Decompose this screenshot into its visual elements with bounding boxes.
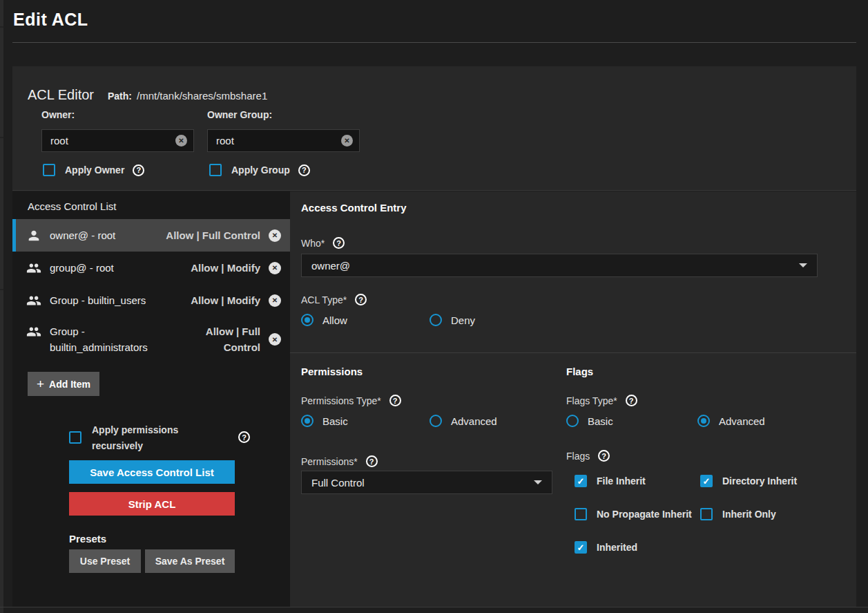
plus-icon — [37, 377, 44, 390]
acl-entry-permissions: Allow | Full Control — [183, 323, 260, 355]
no-propagate-inherit-checkbox[interactable] — [575, 508, 587, 520]
permissions-label: Permissions* — [301, 456, 358, 467]
header-divider — [12, 42, 856, 43]
flags-type-advanced-option[interactable]: Advanced — [697, 415, 765, 427]
radio-allow-label: Allow — [322, 314, 347, 326]
flag-inherit-only[interactable]: Inherit Only — [700, 508, 776, 520]
acl-entry-row-owner[interactable]: owner@ - root Allow | Full Control — [12, 219, 290, 252]
owner-group-field — [207, 129, 360, 152]
flag-directory-inherit[interactable]: Directory Inherit — [700, 475, 797, 487]
inherited-checkbox[interactable] — [575, 541, 587, 554]
owner-field — [41, 129, 194, 152]
acl-type-allow-option[interactable]: Allow — [301, 314, 347, 326]
radio-flags-advanced[interactable] — [697, 415, 710, 427]
flag-file-inherit[interactable]: File Inherit — [575, 475, 646, 487]
flags-type-label-row: Flags Type* — [566, 395, 637, 406]
apply-recursively-checkbox[interactable] — [69, 431, 81, 444]
permissions-type-basic-option[interactable]: Basic — [301, 415, 348, 427]
path-value: /mnt/tank/shares/smbshare1 — [137, 90, 267, 102]
acl-entry-who: group@ - root — [50, 260, 182, 276]
strip-acl-button[interactable]: Strip ACL — [69, 492, 235, 516]
acl-entry-row-builtin-users[interactable]: Group - builtin_users Allow | Modify — [12, 284, 290, 317]
flags-type-help-icon[interactable] — [626, 395, 637, 406]
group-icon — [26, 293, 41, 308]
save-as-preset-button[interactable]: Save As Preset — [145, 549, 235, 573]
who-help-icon[interactable] — [333, 237, 345, 249]
flags-type-basic-option[interactable]: Basic — [566, 415, 613, 427]
radio-allow[interactable] — [301, 314, 314, 326]
group-icon — [26, 261, 41, 276]
owner-input[interactable] — [50, 135, 175, 147]
acl-type-label: ACL Type* — [301, 294, 347, 305]
who-label-row: Who* — [301, 237, 345, 249]
who-select[interactable]: owner@ — [301, 254, 818, 277]
permissions-type-label: Permissions Type* — [301, 395, 381, 406]
acl-lower-area: Access Control List owner@ - root Allow … — [12, 191, 856, 607]
acl-entry-permissions: Allow | Modify — [191, 292, 260, 308]
access-control-list-title: Access Control List — [28, 200, 116, 212]
radio-deny[interactable] — [430, 314, 442, 326]
apply-group-label: Apply Group — [231, 164, 290, 176]
clear-owner-group-icon[interactable] — [341, 135, 353, 147]
radio-permissions-advanced[interactable] — [430, 415, 442, 427]
acl-type-label-row: ACL Type* — [301, 294, 367, 305]
flags-help-icon[interactable] — [598, 450, 610, 462]
use-preset-button[interactable]: Use Preset — [69, 549, 141, 573]
remove-entry-icon[interactable] — [269, 333, 281, 346]
apply-group-help-icon[interactable] — [298, 164, 310, 176]
owner-label: Owner: — [41, 109, 75, 120]
apply-owner-help-icon[interactable] — [133, 164, 144, 176]
clear-owner-icon[interactable] — [175, 135, 187, 147]
acl-type-help-icon[interactable] — [355, 294, 367, 305]
radio-flags-advanced-label: Advanced — [719, 415, 765, 427]
access-control-list: Access Control List owner@ - root Allow … — [12, 191, 290, 607]
apply-recursively-help-icon[interactable] — [238, 431, 250, 443]
inherited-label: Inherited — [597, 542, 637, 553]
add-item-label: Add Item — [49, 379, 90, 390]
radio-deny-label: Deny — [451, 314, 475, 326]
permissions-help-icon[interactable] — [366, 455, 378, 467]
add-item-button[interactable]: Add Item — [28, 372, 99, 396]
save-access-control-list-button[interactable]: Save Access Control List — [69, 460, 235, 484]
apply-group-checkbox[interactable] — [209, 164, 222, 176]
directory-inherit-checkbox[interactable] — [700, 475, 713, 487]
sidebar-edge[interactable] — [0, 0, 3, 613]
file-inherit-checkbox[interactable] — [575, 475, 587, 487]
radio-permissions-advanced-label: Advanced — [451, 415, 497, 427]
remove-entry-icon[interactable] — [269, 294, 281, 307]
inherit-only-checkbox[interactable] — [700, 508, 713, 520]
remove-entry-icon[interactable] — [269, 262, 281, 274]
remove-entry-icon[interactable] — [269, 229, 281, 242]
access-control-entry-panel: Access Control Entry Who* owner@ ACL Typ… — [290, 191, 856, 607]
apply-group-row: Apply Group — [209, 164, 310, 176]
apply-recursively-row: Apply permissions recursively — [69, 422, 250, 454]
acl-entry-permissions: Allow | Modify — [191, 260, 260, 276]
owner-group-input[interactable] — [216, 135, 341, 147]
permissions-type-help-icon[interactable] — [389, 395, 401, 406]
acl-entry-row-group[interactable]: group@ - root Allow | Modify — [12, 252, 290, 284]
radio-permissions-basic[interactable] — [301, 415, 314, 427]
presets-title: Presets — [69, 533, 106, 545]
section-divider — [290, 352, 856, 353]
page-bottom-divider — [0, 607, 868, 607]
who-label: Who* — [301, 238, 325, 249]
owner-group-label: Owner Group: — [207, 109, 272, 120]
permissions-select-value: Full Control — [311, 477, 534, 489]
permissions-type-advanced-option[interactable]: Advanced — [430, 415, 497, 427]
path-label: Path: — [108, 91, 132, 102]
permissions-select[interactable]: Full Control — [301, 471, 552, 494]
radio-flags-basic[interactable] — [566, 415, 579, 427]
who-select-value: owner@ — [311, 260, 799, 272]
flag-no-propagate-inherit[interactable]: No Propagate Inherit — [575, 508, 692, 520]
permissions-type-label-row: Permissions Type* — [301, 395, 401, 406]
acl-entry-who: Group - builtin_users — [50, 292, 182, 308]
apply-owner-checkbox[interactable] — [43, 164, 55, 176]
acl-entry-who: owner@ - root — [50, 227, 157, 243]
flag-inherited[interactable]: Inherited — [575, 541, 637, 554]
user-icon — [26, 228, 41, 243]
edit-acl-screen: Edit ACL ACL Editor Path: /mnt/tank/shar… — [0, 0, 868, 613]
acl-type-deny-option[interactable]: Deny — [430, 314, 475, 326]
acl-editor-title-row: ACL Editor Path: /mnt/tank/shares/smbsha… — [28, 87, 267, 103]
acl-entry-row-builtin-administrators[interactable]: Group - builtin_administrators Allow | F… — [12, 317, 290, 362]
flags-section-title: Flags — [566, 366, 593, 377]
